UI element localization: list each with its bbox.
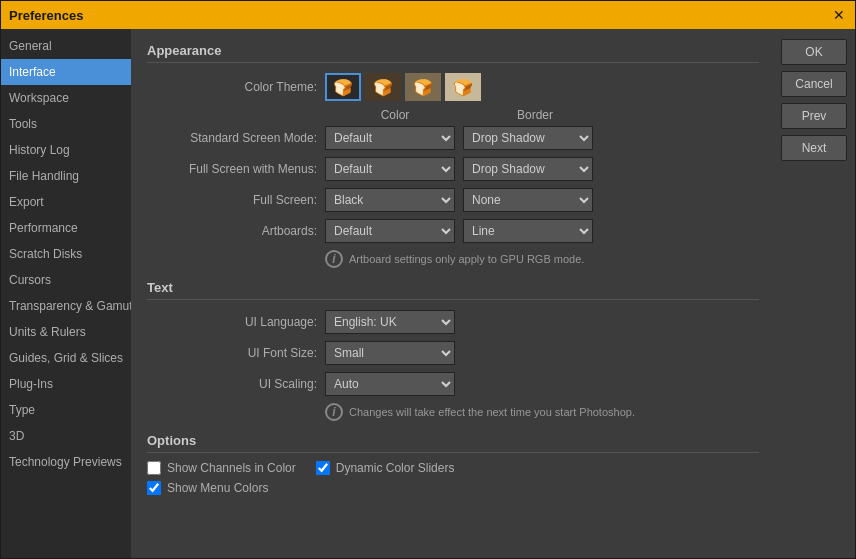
ui-font-size-label: UI Font Size: [147, 346, 317, 360]
sidebar-item-guides-grid-slices[interactable]: Guides, Grid & Slices [1, 345, 131, 371]
buttons-panel: OK Cancel Prev Next [775, 29, 855, 558]
show-channels-color-checkbox[interactable] [147, 461, 161, 475]
cancel-button[interactable]: Cancel [781, 71, 847, 97]
theme-swatch-light[interactable]: 🍞 [445, 73, 481, 101]
artboards-color-select[interactable]: Default Black [325, 219, 455, 243]
sidebar-item-cursors[interactable]: Cursors [1, 267, 131, 293]
standard-screen-color-select[interactable]: Default Black Gray White [325, 126, 455, 150]
appearance-info-text: Artboard settings only apply to GPU RGB … [349, 253, 584, 265]
dynamic-color-sliders-label: Dynamic Color Sliders [336, 461, 455, 475]
sidebar-item-3d[interactable]: 3D [1, 423, 131, 449]
theme-swatches: 🍞 🍞 🍞 🍞 [325, 73, 481, 101]
fullscreen-border-select[interactable]: Drop Shadow None Line [463, 188, 593, 212]
text-section-title: Text [147, 280, 759, 300]
prev-button[interactable]: Prev [781, 103, 847, 129]
appearance-section-title: Appearance [147, 43, 759, 63]
ok-button[interactable]: OK [781, 39, 847, 65]
ui-language-row: UI Language: English: UK English: US [147, 310, 759, 334]
show-menu-colors-item[interactable]: Show Menu Colors [147, 481, 268, 495]
sidebar: General Interface Workspace Tools Histor… [1, 29, 131, 558]
show-channels-color-label: Show Channels in Color [167, 461, 296, 475]
main-content: Appearance Color Theme: 🍞 🍞 🍞 🍞 [131, 29, 775, 558]
title-bar: Preferences ✕ [1, 1, 855, 29]
standard-screen-border-select[interactable]: Drop Shadow None Line [463, 126, 593, 150]
text-info-icon: i [325, 403, 343, 421]
artboards-border-select[interactable]: Drop Shadow None Line [463, 219, 593, 243]
ui-scaling-row: UI Scaling: Auto 100% 125% 150% 200% [147, 372, 759, 396]
info-icon: i [325, 250, 343, 268]
close-button[interactable]: ✕ [831, 7, 847, 23]
artboards-row: Artboards: Default Black Drop Shadow Non… [147, 219, 759, 243]
show-menu-colors-checkbox[interactable] [147, 481, 161, 495]
sidebar-item-transparency-gamut[interactable]: Transparency & Gamut [1, 293, 131, 319]
window-title: Preferences [9, 8, 83, 23]
artboards-label: Artboards: [147, 224, 317, 238]
appearance-info-row: i Artboard settings only apply to GPU RG… [325, 250, 759, 268]
dynamic-color-sliders-item[interactable]: Dynamic Color Sliders [316, 461, 455, 475]
fullscreen-color-select[interactable]: Default Black [325, 188, 455, 212]
sidebar-item-interface[interactable]: Interface [1, 59, 131, 85]
theme-swatch-dark[interactable]: 🍞 [325, 73, 361, 101]
color-theme-row: Color Theme: 🍞 🍞 🍞 🍞 [147, 73, 759, 101]
column-headers: Color Border [325, 108, 759, 122]
ui-language-select[interactable]: English: UK English: US [325, 310, 455, 334]
show-channels-color-item[interactable]: Show Channels in Color [147, 461, 296, 475]
ui-font-size-select[interactable]: Tiny Small Medium Large [325, 341, 455, 365]
standard-screen-selects: Default Black Gray White Drop Shadow Non… [325, 126, 593, 150]
sidebar-item-workspace[interactable]: Workspace [1, 85, 131, 111]
fullscreen-menus-selects: Default Black Drop Shadow None Line [325, 157, 593, 181]
sidebar-item-plug-ins[interactable]: Plug-Ins [1, 371, 131, 397]
theme-swatch-mid[interactable]: 🍞 [405, 73, 441, 101]
artboards-selects: Default Black Drop Shadow None Line [325, 219, 593, 243]
options-section: Options Show Channels in Color Dynamic C… [147, 433, 759, 495]
text-info-row: i Changes will take effect the next time… [325, 403, 759, 421]
sidebar-item-units-rulers[interactable]: Units & Rulers [1, 319, 131, 345]
color-theme-label: Color Theme: [147, 80, 317, 94]
sidebar-item-scratch-disks[interactable]: Scratch Disks [1, 241, 131, 267]
sidebar-item-tools[interactable]: Tools [1, 111, 131, 137]
fullscreen-menus-color-select[interactable]: Default Black [325, 157, 455, 181]
standard-screen-label: Standard Screen Mode: [147, 131, 317, 145]
fullscreen-menus-row: Full Screen with Menus: Default Black Dr… [147, 157, 759, 181]
ui-language-label: UI Language: [147, 315, 317, 329]
next-button[interactable]: Next [781, 135, 847, 161]
content-area: General Interface Workspace Tools Histor… [1, 29, 855, 558]
sidebar-item-history-log[interactable]: History Log [1, 137, 131, 163]
ui-scaling-select[interactable]: Auto 100% 125% 150% 200% [325, 372, 455, 396]
show-menu-colors-label: Show Menu Colors [167, 481, 268, 495]
fullscreen-menus-label: Full Screen with Menus: [147, 162, 317, 176]
fullscreen-label: Full Screen: [147, 193, 317, 207]
border-column-header: Border [465, 108, 605, 122]
color-column-header: Color [325, 108, 465, 122]
text-info-text: Changes will take effect the next time y… [349, 406, 635, 418]
options-row-2: Show Menu Colors [147, 481, 759, 495]
options-section-title: Options [147, 433, 759, 453]
preferences-window: Preferences ✕ General Interface Workspac… [0, 0, 856, 559]
ui-font-size-row: UI Font Size: Tiny Small Medium Large [147, 341, 759, 365]
theme-swatch-mid-dark[interactable]: 🍞 [365, 73, 401, 101]
sidebar-item-file-handling[interactable]: File Handling [1, 163, 131, 189]
fullscreen-selects: Default Black Drop Shadow None Line [325, 188, 593, 212]
fullscreen-row: Full Screen: Default Black Drop Shadow N… [147, 188, 759, 212]
fullscreen-menus-border-select[interactable]: Drop Shadow None Line [463, 157, 593, 181]
dynamic-color-sliders-checkbox[interactable] [316, 461, 330, 475]
sidebar-item-export[interactable]: Export [1, 189, 131, 215]
ui-scaling-label: UI Scaling: [147, 377, 317, 391]
sidebar-item-performance[interactable]: Performance [1, 215, 131, 241]
sidebar-item-technology-previews[interactable]: Technology Previews [1, 449, 131, 475]
standard-screen-row: Standard Screen Mode: Default Black Gray… [147, 126, 759, 150]
sidebar-item-general[interactable]: General [1, 33, 131, 59]
sidebar-item-type[interactable]: Type [1, 397, 131, 423]
options-row-1: Show Channels in Color Dynamic Color Sli… [147, 461, 759, 475]
